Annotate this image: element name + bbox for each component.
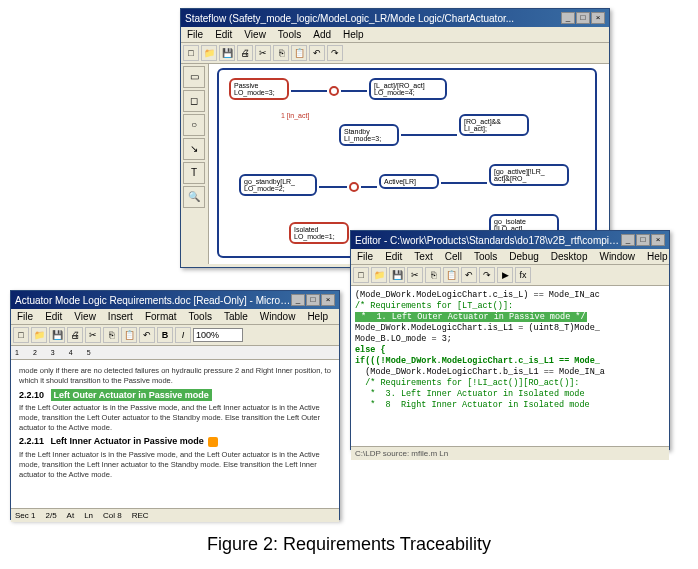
word-ruler[interactable]: 1 2 3 4 5 xyxy=(11,346,339,360)
menu-view[interactable]: View xyxy=(72,311,98,322)
junction-1[interactable] xyxy=(329,86,339,96)
menu-text[interactable]: Text xyxy=(412,251,434,262)
status-section: Sec 1 xyxy=(15,511,35,520)
junction-2[interactable] xyxy=(349,182,359,192)
menu-help[interactable]: Help xyxy=(305,311,330,322)
open-icon[interactable]: 📁 xyxy=(371,267,387,283)
open-icon[interactable]: 📁 xyxy=(31,327,47,343)
cut-icon[interactable]: ✂ xyxy=(407,267,423,283)
bold-icon[interactable]: B xyxy=(157,327,173,343)
copy-icon[interactable]: ⎘ xyxy=(425,267,441,283)
menu-help[interactable]: Help xyxy=(645,251,670,262)
redo-icon[interactable]: ↷ xyxy=(479,267,495,283)
transition-tool-icon[interactable]: ↘ xyxy=(183,138,205,160)
menu-view[interactable]: View xyxy=(242,29,268,40)
code-titlebar[interactable]: Editor - C:\work\Products\Standards\do17… xyxy=(351,231,669,249)
code-title: Editor - C:\work\Products\Standards\do17… xyxy=(355,235,621,246)
state-ro-act[interactable]: [RO_act]&& LI_act]; xyxy=(459,114,529,136)
save-icon[interactable]: 💾 xyxy=(49,327,65,343)
maximize-button[interactable]: □ xyxy=(576,12,590,24)
state-l-act[interactable]: [L_act]/[RO_act] LO_mode=4; xyxy=(369,78,447,100)
minimize-button[interactable]: _ xyxy=(561,12,575,24)
word-titlebar[interactable]: Actuator Mode Logic Requirements.doc [Re… xyxy=(11,291,339,309)
menu-edit[interactable]: Edit xyxy=(383,251,404,262)
undo-icon[interactable]: ↶ xyxy=(461,267,477,283)
menu-help[interactable]: Help xyxy=(341,29,366,40)
close-button[interactable]: × xyxy=(321,294,335,306)
cut-icon[interactable]: ✂ xyxy=(85,327,101,343)
maximize-button[interactable]: □ xyxy=(636,234,650,246)
transition-arrow[interactable] xyxy=(319,186,347,188)
minimize-button[interactable]: _ xyxy=(621,234,635,246)
menu-edit[interactable]: Edit xyxy=(213,29,234,40)
menu-debug[interactable]: Debug xyxy=(507,251,540,262)
save-icon[interactable]: 💾 xyxy=(219,45,235,61)
ruler-mark: 1 xyxy=(15,349,19,356)
copy-icon[interactable]: ⎘ xyxy=(273,45,289,61)
transition-arrow[interactable] xyxy=(361,186,377,188)
state-go-standby[interactable]: go_standby[LR_ LO_mode=2; xyxy=(239,174,317,196)
minimize-button[interactable]: _ xyxy=(291,294,305,306)
menu-cell[interactable]: Cell xyxy=(443,251,464,262)
close-button[interactable]: × xyxy=(651,234,665,246)
menu-window[interactable]: Window xyxy=(597,251,637,262)
menu-edit[interactable]: Edit xyxy=(43,311,64,322)
menu-window[interactable]: Window xyxy=(258,311,298,322)
close-button[interactable]: × xyxy=(591,12,605,24)
menu-tools[interactable]: Tools xyxy=(276,29,303,40)
function-icon[interactable]: fx xyxy=(515,267,531,283)
run-icon[interactable]: ▶ xyxy=(497,267,513,283)
paste-icon[interactable]: 📋 xyxy=(121,327,137,343)
menu-insert[interactable]: Insert xyxy=(106,311,135,322)
state-passive[interactable]: Passive LO_mode=3; xyxy=(229,78,289,100)
menu-file[interactable]: File xyxy=(355,251,375,262)
transition-arrow[interactable] xyxy=(291,90,327,92)
state-isolated[interactable]: Isolated LO_mode=1; xyxy=(289,222,349,244)
new-icon[interactable]: □ xyxy=(353,267,369,283)
paste-icon[interactable]: 📋 xyxy=(291,45,307,61)
menu-tools[interactable]: Tools xyxy=(187,311,214,322)
ruler-mark: 5 xyxy=(87,349,91,356)
state-go-active[interactable]: [go_active][!LR_ act]&[RO_ xyxy=(489,164,569,186)
print-icon[interactable]: 🖨 xyxy=(67,327,83,343)
undo-icon[interactable]: ↶ xyxy=(139,327,155,343)
italic-icon[interactable]: I xyxy=(175,327,191,343)
menu-table[interactable]: Table xyxy=(222,311,250,322)
cut-icon[interactable]: ✂ xyxy=(255,45,271,61)
ruler-mark: 2 xyxy=(33,349,37,356)
redo-icon[interactable]: ↷ xyxy=(327,45,343,61)
section-heading-2: 2.2.11 Left Inner Actuator in Passive mo… xyxy=(19,436,331,448)
transition-arrow[interactable] xyxy=(401,134,457,136)
new-icon[interactable]: □ xyxy=(183,45,199,61)
link-icon[interactable] xyxy=(208,437,218,447)
menu-file[interactable]: File xyxy=(185,29,205,40)
state-active[interactable]: Active[LR] xyxy=(379,174,439,189)
state-tool-icon[interactable]: ◻ xyxy=(183,90,205,112)
zoom-tool-icon[interactable]: 🔍 xyxy=(183,186,205,208)
state-standby[interactable]: Standby LI_mode=3; xyxy=(339,124,399,146)
undo-icon[interactable]: ↶ xyxy=(309,45,325,61)
menu-desktop[interactable]: Desktop xyxy=(549,251,590,262)
word-document[interactable]: mode only if there are no detected failu… xyxy=(11,360,339,508)
menu-file[interactable]: File xyxy=(15,311,35,322)
code-area[interactable]: (Mode_DWork.ModeLogicChart.c_is_L) == Mo… xyxy=(351,286,669,446)
copy-icon[interactable]: ⎘ xyxy=(103,327,119,343)
pointer-tool-icon[interactable]: ▭ xyxy=(183,66,205,88)
print-icon[interactable]: 🖨 xyxy=(237,45,253,61)
junction-tool-icon[interactable]: ○ xyxy=(183,114,205,136)
section-heading-1: 2.2.10 Left Outer Actuator in Passive mo… xyxy=(19,390,331,402)
zoom-dropdown[interactable] xyxy=(193,328,243,342)
menu-tools[interactable]: Tools xyxy=(472,251,499,262)
menu-format[interactable]: Format xyxy=(143,311,179,322)
text-tool-icon[interactable]: T xyxy=(183,162,205,184)
new-icon[interactable]: □ xyxy=(13,327,29,343)
save-icon[interactable]: 💾 xyxy=(389,267,405,283)
transition-arrow[interactable] xyxy=(441,182,487,184)
transition-arrow[interactable] xyxy=(341,90,367,92)
open-icon[interactable]: 📁 xyxy=(201,45,217,61)
menu-add[interactable]: Add xyxy=(311,29,333,40)
maximize-button[interactable]: □ xyxy=(306,294,320,306)
window-controls: _ □ × xyxy=(291,294,335,306)
stateflow-titlebar[interactable]: Stateflow (Safety_mode_logic/ModeLogic_L… xyxy=(181,9,609,27)
paste-icon[interactable]: 📋 xyxy=(443,267,459,283)
